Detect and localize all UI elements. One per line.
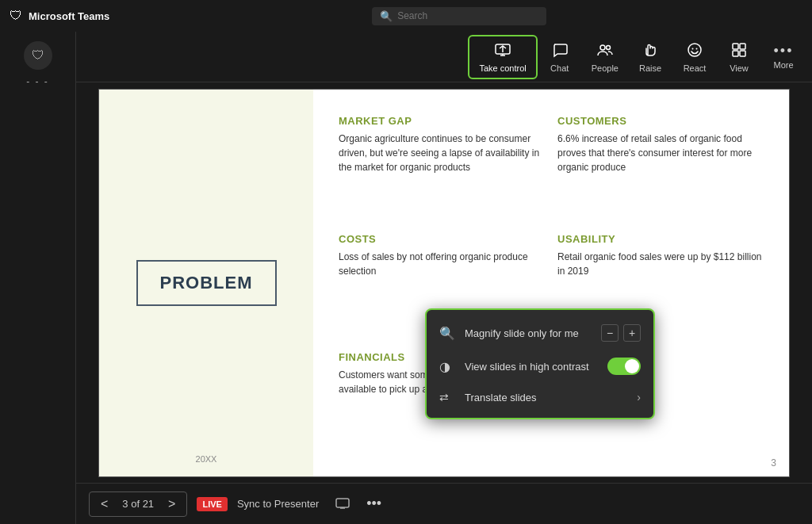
nav-item-take-control[interactable]: Take control	[468, 35, 537, 79]
popup-item-magnify[interactable]: 🔍 Magnify slide only for me − +	[427, 316, 653, 350]
magnify-icon: 🔍	[439, 326, 455, 341]
svg-point-4	[600, 45, 605, 50]
sidebar-shield-icon: 🛡	[24, 41, 52, 70]
chat-label: Chat	[550, 63, 569, 73]
usability-title: USABILITY	[557, 233, 764, 245]
customers-title: CUSTOMERS	[557, 115, 764, 127]
chat-icon	[551, 41, 569, 61]
magnify-plus-button[interactable]: +	[623, 324, 641, 342]
sync-to-presenter-button[interactable]: Sync to Presenter	[237, 498, 319, 510]
app-title: Microsoft Teams	[29, 10, 109, 22]
toggle-knob	[625, 359, 639, 373]
search-bar[interactable]: 🔍	[372, 7, 546, 25]
market-gap-body: Organic agriculture continues to be cons…	[339, 132, 545, 174]
magnify-label: Magnify slide only for me	[465, 327, 592, 339]
nav-item-view[interactable]: View	[717, 36, 761, 78]
react-icon	[686, 41, 703, 61]
more-label: More	[773, 60, 793, 70]
take-control-icon	[494, 41, 511, 61]
live-badge: LIVE	[197, 497, 227, 511]
svg-rect-10	[740, 44, 745, 49]
raise-icon	[642, 41, 659, 61]
react-label: React	[684, 63, 707, 73]
costs-title: COSTS	[339, 233, 545, 245]
svg-rect-9	[733, 44, 738, 49]
problem-label: PROBLEM	[136, 260, 277, 306]
nav-bar: Take control Chat People Raise	[0, 32, 812, 82]
more-icon: •••	[774, 44, 794, 58]
more-options-button[interactable]: •••	[366, 495, 381, 512]
translate-icon: ⇄	[439, 391, 455, 404]
svg-point-5	[606, 45, 610, 49]
slide-section-customers: CUSTOMERS 6.6% increase of retail sales …	[551, 105, 770, 224]
nav-item-people[interactable]: People	[582, 36, 628, 78]
usability-body: Retail organic food sales were up by $11…	[557, 250, 764, 278]
contrast-toggle[interactable]	[607, 358, 641, 375]
search-input[interactable]	[397, 10, 524, 21]
nav-item-chat[interactable]: Chat	[538, 36, 582, 78]
svg-rect-11	[733, 51, 738, 56]
svg-rect-13	[336, 499, 349, 507]
nav-item-raise[interactable]: Raise	[628, 36, 672, 78]
svg-point-8	[696, 48, 698, 49]
next-slide-button[interactable]: >	[163, 495, 180, 513]
slide-number: 3	[771, 457, 776, 469]
view-icon	[730, 41, 748, 61]
svg-point-6	[688, 44, 701, 56]
popup-menu: 🔍 Magnify slide only for me − + ◑ View s…	[425, 308, 655, 419]
search-icon: 🔍	[380, 10, 393, 22]
sidebar-dots: - - -	[26, 76, 49, 87]
slide-left-panel: PROBLEM 20XX	[99, 90, 313, 476]
popup-item-translate[interactable]: ⇄ Translate slides ›	[427, 383, 653, 411]
nav-item-react[interactable]: React	[672, 36, 717, 78]
popup-item-contrast[interactable]: ◑ View slides in high contrast	[427, 350, 653, 383]
magnify-controls: − +	[601, 324, 641, 342]
slide-nav-arrows: < 3 of 21 >	[89, 491, 187, 517]
slide-year: 20XX	[196, 454, 217, 464]
contrast-icon: ◑	[439, 359, 455, 374]
magnify-minus-button[interactable]: −	[601, 324, 619, 342]
people-icon	[596, 41, 614, 61]
slide-section-market-gap: MARKET GAP Organic agriculture continues…	[332, 105, 551, 224]
slide-counter: 3 of 21	[116, 498, 160, 510]
take-control-label: Take control	[479, 63, 526, 73]
contrast-label: View slides in high contrast	[465, 361, 598, 373]
app-icon: 🛡	[10, 9, 22, 23]
costs-body: Loss of sales by not offering organic pr…	[339, 250, 545, 278]
customers-body: 6.6% increase of retail sales of organic…	[557, 132, 764, 174]
title-bar: 🛡 Microsoft Teams 🔍	[0, 0, 812, 32]
people-label: People	[592, 63, 619, 73]
main-area: PROBLEM 20XX MARKET GAP Organic agricult…	[76, 82, 812, 483]
svg-rect-12	[740, 51, 745, 56]
market-gap-title: MARKET GAP	[339, 115, 545, 127]
nav-item-more[interactable]: ••• More	[761, 39, 806, 75]
bottom-bar: < 3 of 21 > LIVE Sync to Presenter •••	[76, 483, 812, 524]
view-label: View	[730, 63, 749, 73]
left-sidebar: 🛡 - - -	[0, 32, 76, 524]
raise-label: Raise	[639, 63, 661, 73]
translate-label: Translate slides	[465, 392, 627, 404]
prev-slide-button[interactable]: <	[96, 495, 113, 513]
share-screen-button[interactable]	[328, 491, 357, 517]
svg-point-7	[692, 48, 694, 49]
translate-chevron-icon: ›	[637, 391, 641, 404]
